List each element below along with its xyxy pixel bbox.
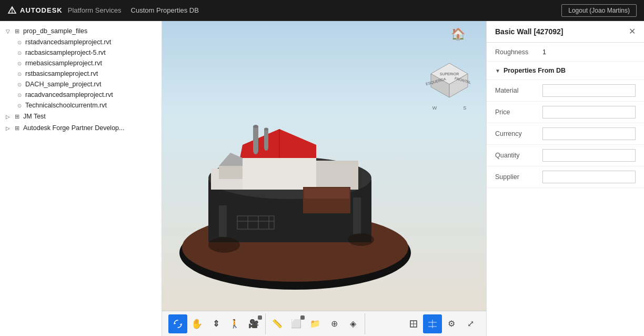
sidebar-item-file-0[interactable]: ⊙ rstadvancedsampleproject.rvt xyxy=(12,37,162,47)
file-label-0: rstadvancedsampleproject.rvt xyxy=(25,38,111,46)
price-input[interactable] xyxy=(542,106,636,118)
layers-button[interactable]: ◈ xyxy=(344,314,363,333)
collapse-icon-prop-db: ▽ xyxy=(4,27,12,35)
camera-button[interactable]: 🎥 xyxy=(244,314,263,333)
viewer[interactable]: 🏠 SUPERIOR ESQUERDA FRONTAL W S xyxy=(162,21,486,336)
orbit-button[interactable] xyxy=(168,314,187,333)
supplier-row: Supplier xyxy=(487,166,644,188)
material-label: Material xyxy=(495,87,542,94)
orbit-icon xyxy=(173,319,183,329)
quantity-input[interactable] xyxy=(542,149,636,162)
sidebar-group-jm-test[interactable]: ▷ ⊞ JM Test xyxy=(0,111,162,122)
svg-marker-39 xyxy=(180,324,182,326)
sidebar-item-file-1[interactable]: ⊙ racbasicsampleproject-5.rvt xyxy=(12,47,162,58)
panel-header: Basic Wall [427092] ✕ xyxy=(487,21,644,43)
app-subtitle: Custom Properties DB xyxy=(131,6,199,14)
svg-point-23 xyxy=(253,125,258,128)
section-icon: ⬜ xyxy=(291,319,301,329)
walk-button[interactable]: 🚶 xyxy=(225,314,244,333)
svg-rect-33 xyxy=(304,188,349,199)
svg-rect-34 xyxy=(219,205,227,237)
fullscreen-button[interactable]: ⤢ xyxy=(461,314,480,333)
file-label-1: racbasicsampleproject-5.rvt xyxy=(25,49,106,56)
sidebar-group-forge[interactable]: ▷ ⊞ Autodesk Forge Partner Develop... xyxy=(0,122,162,134)
material-row: Material xyxy=(487,80,644,102)
explode-button[interactable]: ⊕ xyxy=(325,314,344,333)
pan-icon: ✋ xyxy=(191,318,203,330)
roughness-value: 1 xyxy=(542,48,636,56)
logo: AUTODESK xyxy=(7,6,63,15)
compass-s: S xyxy=(463,105,466,111)
building-svg xyxy=(162,42,440,305)
file-label-6: Technicalschoolcurrentm.rvt xyxy=(25,102,107,109)
hub-icon-forge: ⊞ xyxy=(13,124,21,132)
svg-rect-22 xyxy=(253,126,258,150)
collapse-icon-jm-test: ▷ xyxy=(4,113,12,120)
file-label-2: rmebasicsampleproject.rvt xyxy=(25,60,102,67)
pan-button[interactable]: ✋ xyxy=(187,314,206,333)
toolbar-right-group: ⚙ ⤢ xyxy=(402,313,482,334)
properties-from-db-section[interactable]: ▼ Properties From DB xyxy=(487,62,644,80)
fullscreen-icon: ⤢ xyxy=(467,319,474,329)
svg-point-36 xyxy=(208,237,240,253)
settings-icon: ⚙ xyxy=(448,319,455,329)
svg-point-37 xyxy=(348,233,374,246)
group-label-forge: Autodesk Forge Partner Develop... xyxy=(23,124,124,132)
sidebar-item-file-3[interactable]: ⊙ rstbasicsampleproject.rvt xyxy=(12,68,162,79)
sidebar: ▽ ⊞ prop_db_sample_files ⊙ rstadvancedsa… xyxy=(0,21,162,336)
logout-button[interactable]: Logout (Joao Martins) xyxy=(561,4,637,17)
3d-model xyxy=(162,42,440,305)
currency-input[interactable] xyxy=(542,127,636,140)
roughness-label: Roughness xyxy=(495,48,542,56)
measure-icon: 📏 xyxy=(272,319,283,329)
collapse-icon-forge: ▷ xyxy=(4,124,12,132)
panel-close-button[interactable]: ✕ xyxy=(629,27,636,36)
structural-button[interactable] xyxy=(404,314,423,333)
group-label-prop-db: prop_db_sample_files xyxy=(23,27,87,35)
sidebar-item-file-4[interactable]: ⊙ DACH_sample_project.rvt xyxy=(12,79,162,90)
platform-services-label: Platform Services xyxy=(68,6,122,14)
camera-icon: 🎥 xyxy=(248,319,259,329)
header-left: AUTODESK Platform Services Custom Proper… xyxy=(7,6,199,15)
measure-button[interactable]: 📏 xyxy=(268,314,287,333)
section-badge xyxy=(300,315,305,320)
properties-panel: Basic Wall [427092] ✕ Roughness 1 ▼ Prop… xyxy=(486,21,644,336)
toolbar-navigation-group: ✋ ⇕ 🚶 🎥 xyxy=(166,313,266,334)
file-label-5: racadvancedsampleproject.rvt xyxy=(25,91,113,98)
dolly-icon: ⇕ xyxy=(213,319,219,329)
settings-button[interactable]: ⚙ xyxy=(442,314,461,333)
sidebar-children-prop-db: ⊙ rstadvancedsampleproject.rvt ⊙ racbasi… xyxy=(0,37,162,111)
view-cube-button[interactable] xyxy=(423,314,442,333)
file-label-3: rstbasicsampleproject.rvt xyxy=(25,70,98,77)
hub-icon-jm-test: ⊞ xyxy=(13,112,21,121)
sidebar-item-file-2[interactable]: ⊙ rmebasicsampleproject.rvt xyxy=(12,58,162,68)
sidebar-item-file-5[interactable]: ⊙ racadvancedsampleproject.rvt xyxy=(12,90,162,100)
header: AUTODESK Platform Services Custom Proper… xyxy=(0,0,644,21)
section-button[interactable]: ⬜ xyxy=(287,314,306,333)
walk-icon: 🚶 xyxy=(229,319,240,329)
file-icon-3: ⊙ xyxy=(16,70,23,77)
price-label: Price xyxy=(495,108,542,116)
dolly-button[interactable]: ⇕ xyxy=(206,314,225,333)
supplier-label: Supplier xyxy=(495,173,542,181)
sidebar-item-file-6[interactable]: ⊙ Technicalschoolcurrentm.rvt xyxy=(12,100,162,111)
svg-rect-25 xyxy=(264,129,268,147)
sidebar-group-prop-db[interactable]: ▽ ⊞ prop_db_sample_files xyxy=(0,25,162,37)
explode-icon: ⊕ xyxy=(331,319,338,329)
price-row: Price xyxy=(487,102,644,123)
svg-rect-20 xyxy=(316,161,358,190)
svg-marker-38 xyxy=(174,322,176,324)
supplier-input[interactable] xyxy=(542,171,636,183)
viewer-toolbar: ✋ ⇕ 🚶 🎥 📏 ⬜ xyxy=(162,311,486,336)
material-input[interactable] xyxy=(542,84,636,97)
section-title: Properties From DB xyxy=(504,67,566,74)
quantity-label: Quantity xyxy=(495,152,542,159)
camera-badge xyxy=(258,315,262,320)
file-icon-2: ⊙ xyxy=(16,60,23,67)
model-browser-button[interactable]: 📁 xyxy=(306,314,325,333)
svg-marker-16 xyxy=(240,129,316,158)
toolbar-tools-group: 📏 ⬜ 📁 ⊕ ◈ xyxy=(266,313,365,334)
file-icon-4: ⊙ xyxy=(16,81,23,88)
home-icon[interactable]: 🏠 xyxy=(451,27,465,41)
file-icon-5: ⊙ xyxy=(16,91,23,98)
